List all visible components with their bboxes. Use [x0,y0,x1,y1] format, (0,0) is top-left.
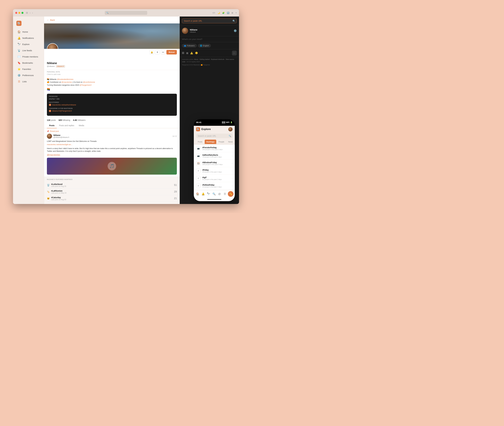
iphone-nav-more[interactable]: ☰ [222,192,227,197]
iphone-nav-notifications[interactable]: 🔔 [201,192,206,197]
hashtag-name-2: #LaRéunion [51,190,174,192]
post-body: Here's a story that I didn't have to wri… [47,147,177,153]
profile-meta-box: PRONOUNS she/her • elle MACSTORIES ✓ mac… [47,94,177,116]
about-link[interactable]: About [194,58,198,60]
tab-media[interactable]: Media [77,123,86,128]
hashtag-text-6: #followfriday 31 people in the past 2 da… [202,184,222,188]
lists-icon: ☰ [17,80,21,83]
shortcuts-link[interactable]: Keyboard shortcuts [211,58,224,60]
back-label: Back [50,19,55,21]
iphone-search-wrapper[interactable]: Search or paste URL 🔍 [196,134,232,138]
minimize-button[interactable] [18,12,20,14]
language-icon: 🌐 [200,45,202,47]
sidebar-item-favorites[interactable]: ⭐ Favorites [14,66,43,72]
iphone-nav-home[interactable]: 🏠 [195,192,200,197]
post-mention-link[interactable]: @macstories [47,154,60,156]
image-toolbar-icon[interactable]: 🖼 [182,52,184,54]
nav-back-icon[interactable]: ‹ [30,12,30,14]
sidebar-item-notifications[interactable]: 🔔 Notifications [14,35,43,41]
hashtag-row-2[interactable]: 🏷️ #LaRéunion Last post on May 24 29 [47,189,177,195]
hashtag-info-2: #LaRéunion Last post on May 24 [51,190,174,194]
battery-icon: 🔋 [230,121,232,123]
post-link[interactable]: macstories.net/stories/lgbt-an... [47,143,177,146]
fullscreen-button[interactable] [22,12,23,14]
posts-stat: 11K posts [47,119,56,121]
iphone-nav-search[interactable]: 🔍 [211,192,216,197]
dark-search-input[interactable] [182,19,237,23]
chevron-icon-5: › [232,177,232,179]
mutual-button[interactable]: Mutual [166,50,177,55]
tab-posts[interactable]: Posts [47,123,57,128]
iphone-tab-posts[interactable]: Posts [196,140,204,144]
featured-hashtags-label: NILÉANE'S FEATURED HASHTAGS [47,179,177,180]
hashtag-text-4: #friday 49 people in the past 2 days [202,169,222,173]
warning-toolbar-icon[interactable]: ⚠️ [190,52,193,54]
tab-posts-replies[interactable]: Posts and replies [57,123,76,128]
send-button[interactable]: ▷ [232,51,237,56]
iphone-nav-explore[interactable]: 🔭 [206,192,211,197]
iphone-tab-hashtags[interactable]: Hashtags [205,140,216,144]
sidebar-item-bookmarks[interactable]: 🔖 Bookmarks [14,60,43,66]
sidebar-item-lists[interactable]: ☰ Lists [14,79,43,85]
iphone-hashtag-item-3[interactable]: 🪟 #WindowFriday 108 people in the past 2… [194,160,235,167]
english-tag[interactable]: 🌐 English [198,44,211,47]
hashtag-info-1: #Letterboxd Last post on Aug 20 [51,183,174,187]
sidebar-item-explore[interactable]: 🔭 Explore [14,41,43,47]
iphone-home-bar [207,199,221,200]
iphone-hashtag-item-4[interactable]: # #friday 49 people in the past 2 days › [194,167,235,175]
dark-panel: 🔍 Niléane nileane ⚙️ What's on your mind… [180,16,239,204]
iphone-user-avatar[interactable] [228,127,232,131]
profile-panel[interactable]: ← Back 🔔 ⬆ ••• Mutual N [44,16,180,204]
hashtag-icon-3: 🐱 [47,197,50,200]
hashtag-row-1[interactable]: 🗑️ #Letterboxd Last post on Aug 20 51 [47,182,177,189]
nav-forward-icon[interactable]: › [32,12,33,14]
sidebar-item-live-feeds[interactable]: 📡 Live feeds [14,48,43,54]
macstories-link[interactable]: ✓ macstories.net/author/nileane [49,104,175,106]
sidebar-item-private-mentions[interactable]: ✉️ Private mentions [14,54,43,60]
iphone-hashtag-item-5[interactable]: # #tgif 31 people in the past 2 days › [194,175,235,182]
gif-toolbar-icon[interactable]: ▦ [186,52,188,54]
dark-search-wrapper: 🔍 [182,19,237,23]
private-mentions-icon: ✉️ [17,55,21,58]
notifications-toggle-button[interactable]: 🔔 [150,50,154,55]
share-icon[interactable]: ⬆️ [227,12,229,14]
emoji-line: 🏳️‍🌈 [47,88,177,91]
sidebar-label-lists: Lists [22,80,27,83]
grid-icon[interactable]: ⊞ [231,12,233,14]
iphone-nav-mentions[interactable]: @ [217,192,222,197]
sidebar-item-home[interactable]: 🏠 Home [14,29,43,35]
iphone-hashtag-item-2[interactable]: 📷 #alltootfairyfacts 78 people in the pa… [194,152,235,160]
code-icon[interactable]: </> [212,12,215,14]
iphone-tab-news[interactable]: News [227,140,235,144]
iphone-tab-people[interactable]: People [217,140,226,144]
tangerine-link[interactable]: ✓ nileane.fr/@TangerineUI [49,110,175,112]
post-author-name: Niléane [53,134,69,136]
iphone-hashtag-item-1[interactable]: 📷 #Fensterfreitag 242 people in the past… [194,145,235,152]
add-tab-icon[interactable]: + [236,12,237,14]
hashtag-sub-3: Last post on Aug 03 [51,199,174,201]
hashtag-name-3: #Caturday [51,196,174,199]
sidebar-toggle-icon[interactable]: ⊟ [26,11,28,14]
moon-icon[interactable]: 🌙 [217,12,220,14]
profile-handle: @nileane nileane.fr [47,65,177,68]
iphone-hashtag-list: 📷 #Fensterfreitag 242 people in the past… [194,145,235,190]
tangerine-label: TANGERINE UI FOR MASTODON [49,108,175,109]
extensions-icon[interactable]: 🧩 [222,12,225,14]
personal-note-text[interactable]: Click to add note [47,73,177,75]
followers-tag[interactable]: 👥 Followers [182,44,197,47]
settings-gear-icon[interactable]: ⚙️ [234,29,237,32]
more-options-button[interactable]: ••• [161,50,165,55]
iphone-compose-fab[interactable]: ✏️ [228,191,233,197]
emoji-toolbar-icon[interactable]: 😊 [195,52,198,54]
hashtag-row-3[interactable]: 🐱 #Caturday Last post on Aug 03 21 [47,195,177,202]
live-feeds-icon: 📡 [17,49,21,52]
back-button[interactable]: ← Back [44,16,180,23]
iphone-hashtag-item-6[interactable]: # #followfriday 31 people in the past 2 … [194,182,235,190]
close-button[interactable] [15,12,17,14]
share-profile-button[interactable]: ⬆ [155,50,160,55]
address-bar[interactable]: 🔍 [105,11,147,15]
hashtag-camera-icon-2: 📷 [196,154,201,158]
sidebar-item-preferences[interactable]: ⚙️ Preferences [14,72,43,78]
getting-started-link[interactable]: Getting started [200,58,210,60]
compose-area[interactable]: What's on your mind? [180,36,239,42]
